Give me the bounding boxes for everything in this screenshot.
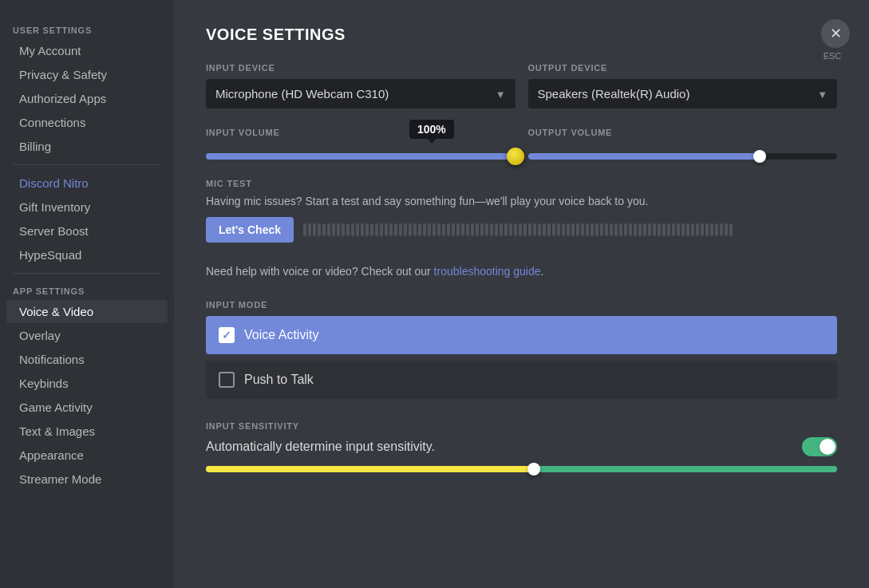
mic-bar [557, 223, 560, 236]
input-device-select-wrapper: Microphone (HD Webcam C310) ▼ [206, 79, 515, 109]
sensitivity-slider-fill [206, 466, 534, 472]
mic-bar [701, 223, 704, 236]
mic-bar [485, 223, 488, 236]
sidebar-item-voice-video-label: Voice & Video [19, 305, 93, 318]
mic-bar [346, 223, 350, 236]
sidebar-item-authorized-apps[interactable]: Authorized Apps [6, 87, 168, 110]
mic-bar [303, 223, 306, 236]
sidebar-item-voice-video[interactable]: Voice & Video [6, 300, 168, 323]
mic-bar [643, 223, 646, 236]
output-device-select-wrapper: Speakers (Realtek(R) Audio) ▼ [528, 79, 838, 109]
mic-bar [729, 223, 733, 236]
mic-bar [351, 223, 354, 236]
sidebar-item-billing[interactable]: Billing [6, 135, 168, 158]
troubleshoot-link[interactable]: troubleshooting guide [434, 265, 541, 278]
mic-bar [523, 223, 527, 236]
mic-bar [696, 223, 699, 236]
mic-bar [629, 223, 632, 236]
output-volume-col: OUTPUT VOLUME [528, 128, 838, 160]
output-volume-slider-track[interactable] [528, 153, 838, 160]
sensitivity-row: Automatically determine input sensitivit… [206, 437, 837, 456]
sidebar-item-appearance[interactable]: Appearance [6, 444, 168, 467]
push-to-talk-label: Push to Talk [244, 373, 314, 387]
mic-bar [418, 223, 421, 236]
sidebar-item-notifications-label: Notifications [19, 353, 85, 366]
input-volume-slider-track[interactable] [206, 153, 515, 160]
sidebar-item-gift-inventory[interactable]: Gift Inventory [6, 195, 168, 219]
mic-bar [342, 223, 345, 236]
mic-test-label: MIC TEST [206, 179, 837, 188]
mic-bar [308, 223, 311, 236]
mic-bar [605, 223, 608, 236]
voice-activity-option[interactable]: ✓ Voice Activity [206, 316, 837, 354]
mic-bar [567, 223, 570, 236]
output-volume-fill [528, 153, 760, 160]
sidebar-item-privacy-safety-label: Privacy & Safety [19, 68, 107, 81]
sidebar: USER SETTINGS My Account Privacy & Safet… [0, 0, 174, 588]
mic-bar [385, 223, 388, 236]
mic-bar [380, 223, 383, 236]
mic-test-section: MIC TEST Having mic issues? Start a test… [206, 179, 837, 243]
mic-bar [610, 223, 613, 236]
input-volume-thumb[interactable] [507, 148, 524, 165]
sidebar-item-keybinds[interactable]: Keybinds [6, 372, 168, 395]
mic-bar [586, 223, 589, 236]
mic-bar [413, 223, 417, 236]
mic-bar [332, 223, 335, 236]
sidebar-item-overlay[interactable]: Overlay [6, 324, 168, 347]
sidebar-item-streamer-mode-label: Streamer Mode [19, 472, 101, 486]
mic-bar [658, 223, 661, 236]
volume-row: INPUT VOLUME 100% OUTPUT VOLUME [206, 128, 837, 160]
mic-bar [538, 223, 541, 236]
mic-bar [452, 223, 455, 236]
mic-bar [552, 223, 555, 236]
device-row: INPUT DEVICE Microphone (HD Webcam C310)… [206, 63, 837, 109]
output-device-label: OUTPUT DEVICE [528, 63, 838, 73]
mic-bar [715, 223, 718, 236]
push-to-talk-option[interactable]: Push to Talk [206, 361, 837, 399]
volume-tooltip: 100% [409, 120, 454, 139]
mic-bar [667, 223, 670, 236]
voice-activity-label: Voice Activity [244, 328, 318, 342]
sidebar-item-gift-inventory-label: Gift Inventory [19, 200, 90, 214]
mic-bar [720, 223, 723, 236]
sidebar-item-notifications[interactable]: Notifications [6, 348, 168, 371]
mic-bar [442, 223, 445, 236]
mic-bar [461, 223, 464, 236]
sidebar-item-privacy-safety[interactable]: Privacy & Safety [6, 63, 168, 86]
sensitivity-slider-track[interactable] [206, 466, 837, 472]
mic-bar [437, 223, 440, 236]
sensitivity-section: INPUT SENSITIVITY Automatically determin… [206, 421, 837, 472]
page-title: VOICE SETTINGS [206, 26, 837, 44]
input-volume-fill [206, 153, 515, 160]
sidebar-item-game-activity[interactable]: Game Activity [6, 396, 168, 419]
sidebar-item-streamer-mode[interactable]: Streamer Mode [6, 468, 168, 491]
sidebar-item-discord-nitro[interactable]: Discord Nitro [6, 172, 168, 195]
sidebar-item-text-images[interactable]: Text & Images [6, 420, 168, 443]
lets-check-button[interactable]: Let's Check [206, 217, 294, 243]
output-device-select[interactable]: Speakers (Realtek(R) Audio) [528, 79, 838, 109]
close-button[interactable]: ✕ [821, 19, 850, 48]
mic-bar [533, 223, 536, 236]
mic-bar [634, 223, 637, 236]
sidebar-item-discord-nitro-label: Discord Nitro [19, 176, 89, 190]
sidebar-item-hypesquad[interactable]: HypeSquad [6, 243, 168, 266]
mic-bar [404, 223, 407, 236]
sidebar-item-connections[interactable]: Connections [6, 111, 168, 134]
auto-sensitivity-toggle[interactable] [802, 437, 837, 456]
mic-bar [686, 223, 689, 236]
input-device-select[interactable]: Microphone (HD Webcam C310) [206, 79, 515, 109]
mic-bar [456, 223, 460, 236]
sidebar-item-my-account[interactable]: My Account [6, 39, 168, 62]
mic-test-row: Let's Check [206, 217, 837, 243]
mic-bar [681, 223, 685, 236]
mic-bar [653, 223, 656, 236]
input-mode-section: INPUT MODE ✓ Voice Activity Push to Talk [206, 300, 837, 399]
auto-sensitivity-label: Automatically determine input sensitivit… [206, 440, 435, 454]
mic-bar [365, 223, 369, 236]
sidebar-item-server-boost[interactable]: Server Boost [6, 219, 168, 243]
mic-bar [547, 223, 551, 236]
sensitivity-slider-thumb[interactable] [527, 463, 540, 476]
mic-test-description: Having mic issues? Start a test and say … [206, 195, 837, 207]
output-volume-thumb[interactable] [753, 150, 766, 163]
